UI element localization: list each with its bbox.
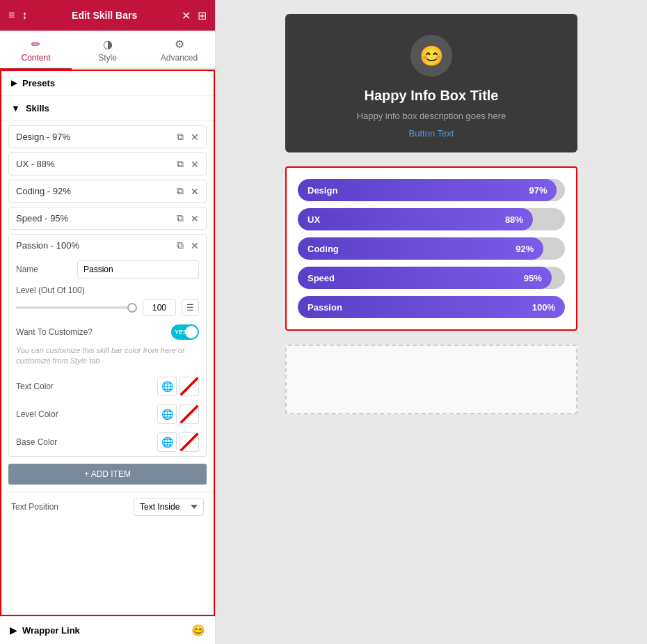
skill-item-design-delete[interactable]: ✕ <box>188 128 202 146</box>
skill-item-ux-name: UX - 88% <box>9 153 170 175</box>
skill-item-ux-delete[interactable]: ✕ <box>188 155 202 173</box>
skill-item-design-copy[interactable]: ⧉ <box>174 128 186 146</box>
skill-item-speed-actions: ⧉ ✕ <box>170 210 206 227</box>
name-field-row: Name <box>9 256 206 283</box>
skill-item-speed-copy[interactable]: ⧉ <box>174 210 186 227</box>
info-box-description: Happy info box description goes here <box>357 111 506 121</box>
skill-bar-track: UX88% <box>298 208 565 230</box>
tabs: ✏ Content ◑ Style ⚙ Advanced <box>0 31 215 70</box>
skill-item-speed: Speed - 95% ⧉ ✕ <box>8 207 207 230</box>
skill-item-passion-copy[interactable]: ⧉ <box>174 237 186 254</box>
skill-item-coding: Coding - 92% ⧉ ✕ <box>8 180 207 203</box>
skill-bar-track: Passion100% <box>298 296 565 318</box>
skill-bars-widget: Design97%UX88%Coding92%Speed95%Passion10… <box>285 166 577 331</box>
skill-bar-percent: 100% <box>532 302 555 313</box>
text-color-slash-btn[interactable] <box>179 377 199 396</box>
level-color-label: Level Color <box>16 409 58 419</box>
customize-hint: You can customize this skill bar color f… <box>9 344 206 372</box>
info-box-button[interactable]: Button Text <box>409 128 454 139</box>
text-color-controls: 🌐 <box>157 377 199 396</box>
skill-item-coding-delete[interactable]: ✕ <box>188 182 202 200</box>
level-slider-thumb[interactable] <box>127 303 137 313</box>
level-color-slash-btn[interactable] <box>179 405 199 424</box>
skill-bar-percent: 95% <box>524 273 542 283</box>
level-slider-track[interactable] <box>16 306 137 309</box>
base-color-row: Base Color 🌐 <box>9 428 206 456</box>
expand-icon[interactable]: ✕ <box>182 9 191 22</box>
presets-arrow: ▶ <box>11 79 17 88</box>
panel-content: ▶ Presets ▼ Skills Design - 97% ⧉ ✕ UX -… <box>0 70 215 616</box>
skill-bar-row: Design97% <box>298 179 565 201</box>
skill-item-passion-name: Passion - 100% <box>9 235 170 256</box>
skill-item-design-name: Design - 97% <box>9 126 170 148</box>
left-panel: ≡ ↕ Edit Skill Bars ✕ ⊞ ✏ Content ◑ Styl… <box>0 0 216 644</box>
wrapper-link-left: ▶ Wrapper Link <box>10 625 80 636</box>
add-item-button[interactable]: + ADD ITEM <box>8 464 207 485</box>
tab-advanced[interactable]: ⚙ Advanced <box>143 31 215 68</box>
grid-icon[interactable]: ⊞ <box>198 9 207 22</box>
tab-content-label: Content <box>21 53 50 63</box>
top-bar-left: ≡ ↕ <box>8 9 27 22</box>
base-color-label: Base Color <box>16 437 57 447</box>
skill-item-passion-header: Passion - 100% ⧉ ✕ <box>9 235 206 256</box>
info-box: 😊 Happy Info Box Title Happy info box de… <box>285 14 577 152</box>
wrapper-link[interactable]: ▶ Wrapper Link 😊 <box>0 616 215 644</box>
level-section: Level (Out Of 100) ☰ <box>9 283 206 320</box>
info-box-icon: 😊 <box>410 35 452 77</box>
base-color-slash-btn[interactable] <box>179 432 199 452</box>
skill-bar-percent: 88% <box>505 214 523 225</box>
top-bar-right: ✕ ⊞ <box>182 9 207 22</box>
toggle-knob <box>185 326 198 338</box>
skill-item-passion-expanded: Passion - 100% ⧉ ✕ Name Level (Out Of 10… <box>8 234 207 457</box>
customize-toggle[interactable]: YES <box>171 324 199 340</box>
base-color-globe-btn[interactable]: 🌐 <box>157 432 177 452</box>
text-position-label: Text Position <box>11 502 58 512</box>
skills-label: Skills <box>26 103 49 113</box>
level-color-row: Level Color 🌐 <box>9 400 206 428</box>
advanced-icon: ⚙ <box>175 38 184 51</box>
customize-row: Want To Customize? YES <box>9 320 206 344</box>
content-icon: ✏ <box>31 38 40 51</box>
skill-item-ux-copy[interactable]: ⧉ <box>174 155 186 173</box>
tab-style-label: Style <box>98 53 117 63</box>
tab-content[interactable]: ✏ Content <box>0 31 72 70</box>
presets-label: Presets <box>22 78 55 88</box>
skill-bar-label: Passion <box>307 302 342 313</box>
tab-style[interactable]: ◑ Style <box>72 31 143 68</box>
skill-item-ux: UX - 88% ⧉ ✕ <box>8 152 207 175</box>
top-bar: ≡ ↕ Edit Skill Bars ✕ ⊞ <box>0 0 215 31</box>
customize-label: Want To Customize? <box>16 327 93 337</box>
level-controls: ☰ <box>16 299 199 316</box>
skill-bar-label: Speed <box>307 273 335 283</box>
skills-header[interactable]: ▼ Skills <box>1 96 214 121</box>
skill-item-coding-actions: ⧉ ✕ <box>170 182 206 200</box>
level-color-globe-btn[interactable]: 🌐 <box>157 405 177 424</box>
wrapper-link-label: Wrapper Link <box>22 625 80 636</box>
arrow-icon[interactable]: ↕ <box>22 9 27 22</box>
text-color-globe-btn[interactable]: 🌐 <box>157 377 177 396</box>
skill-item-speed-name: Speed - 95% <box>9 207 170 229</box>
skill-bar-percent: 92% <box>516 244 534 254</box>
skill-bar-row: Speed95% <box>298 267 565 289</box>
text-position-select[interactable]: Text Inside Text Outside Text Below <box>134 498 204 516</box>
skill-bar-fill: Design97% <box>298 179 557 201</box>
skill-bar-fill: Speed95% <box>298 267 552 289</box>
right-panel: 😊 Happy Info Box Title Happy info box de… <box>216 0 647 644</box>
presets-header[interactable]: ▶ Presets <box>1 71 214 96</box>
name-field-input[interactable] <box>77 260 199 278</box>
skill-item-ux-actions: ⧉ ✕ <box>170 155 206 173</box>
skill-item-speed-delete[interactable]: ✕ <box>188 210 202 227</box>
level-label: Level (Out Of 100) <box>16 285 199 295</box>
skills-arrow: ▼ <box>11 103 20 113</box>
text-color-row: Text Color 🌐 <box>9 372 206 400</box>
level-menu-btn[interactable]: ☰ <box>182 299 199 316</box>
level-color-controls: 🌐 <box>157 405 199 424</box>
skill-item-passion-actions: ⧉ ✕ <box>170 237 206 254</box>
skill-bar-track: Coding92% <box>298 237 565 260</box>
menu-icon[interactable]: ≡ <box>8 9 15 22</box>
skill-item-passion-delete[interactable]: ✕ <box>188 237 202 254</box>
wrapper-link-arrow: ▶ <box>10 625 17 636</box>
level-input[interactable] <box>143 299 176 316</box>
skill-bar-label: Coding <box>307 244 339 254</box>
skill-item-coding-copy[interactable]: ⧉ <box>174 182 186 200</box>
